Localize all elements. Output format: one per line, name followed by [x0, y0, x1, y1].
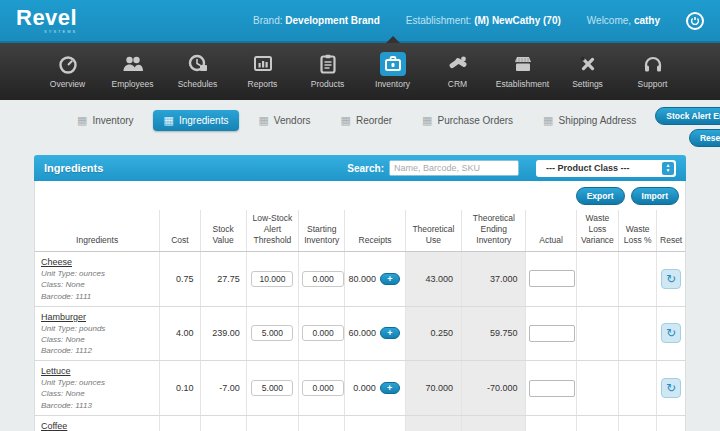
col-header-stock-value: Stock Value [200, 210, 246, 252]
active-nav-notch [386, 36, 400, 43]
nav-item-overview[interactable]: Overview [35, 43, 100, 100]
ingredient-name-link[interactable]: Coffee [41, 421, 67, 431]
add-receipt-button[interactable]: + [380, 382, 400, 394]
tab-shipping-address[interactable]: ▦ Shipping Address [532, 110, 647, 131]
reset-all-button[interactable]: Reset All [689, 129, 720, 147]
tab-ingredients[interactable]: ▦ Ingredients [153, 110, 240, 131]
nav-label: Reports [248, 79, 278, 89]
waste-loss-pct-cell [619, 415, 657, 431]
ingredient-unit-type: Unit Type: ounces [41, 268, 156, 279]
refresh-icon: ↻ [666, 381, 676, 395]
ingredient-barcode: Barcode: 1113 [41, 400, 156, 411]
nav-item-establishment[interactable]: Establishment [490, 43, 555, 100]
handshake-icon [446, 53, 470, 75]
ingredient-name-link[interactable]: Hamburger [41, 312, 86, 322]
cost-cell: 10.00 [160, 415, 200, 431]
refresh-icon: ↻ [666, 272, 676, 286]
table-row: Hamburger Unit Type: pounds Class: None … [35, 306, 685, 361]
col-header-waste-loss-pct: Waste Loss % [619, 210, 657, 252]
toolbox-icon [384, 55, 402, 73]
tab-label: Purchase Orders [438, 115, 514, 126]
threshold-input[interactable] [251, 271, 293, 287]
starting-inventory-input[interactable] [302, 325, 344, 341]
nav-item-support[interactable]: Support [620, 43, 685, 100]
nav-item-inventory[interactable]: Inventory [360, 43, 425, 100]
ingredients-panel: Export Import Ingredients Cost Stock Val… [34, 181, 686, 431]
search-input[interactable] [389, 160, 519, 176]
ingredients-table: Ingredients Cost Stock Value Low-Stock A… [35, 210, 685, 431]
logout-power-button[interactable] [686, 12, 704, 30]
ingredient-class: Class: None [41, 388, 156, 399]
starting-inventory-input[interactable] [302, 271, 344, 287]
table-row: Coffee Unit Type: pounds Class: None Bar… [35, 415, 685, 431]
nav-item-crm[interactable]: CRM [425, 43, 490, 100]
nav-label: Products [311, 79, 345, 89]
stock-alert-email-button[interactable]: Stock Alert Email [655, 107, 720, 125]
nav-item-settings[interactable]: Settings [555, 43, 620, 100]
nav-item-products[interactable]: Products [295, 43, 360, 100]
waste-loss-variance-cell [576, 361, 618, 416]
col-header-waste-loss-variance: Waste Loss Variance [576, 210, 618, 252]
table-header-row: Ingredients Cost Stock Value Low-Stock A… [35, 210, 685, 252]
welcome-info: Welcome, cathy [587, 15, 660, 26]
waste-loss-variance-cell [576, 306, 618, 361]
nav-label: Employees [111, 79, 153, 89]
tab-purchase-orders[interactable]: ▦ Purchase Orders [411, 110, 524, 131]
grid-icon: ▦ [164, 115, 174, 126]
import-button[interactable]: Import [631, 187, 679, 205]
add-receipt-button[interactable]: + [380, 327, 400, 339]
waste-loss-pct-cell [619, 306, 657, 361]
main-nav: Overview Employees Schedules Reports [0, 43, 720, 100]
tab-reorder[interactable]: ▦ Reorder [330, 110, 404, 131]
tab-label: Vendors [274, 115, 311, 126]
ingredients-section-bar: Ingredients Search: --- Product Class --… [34, 155, 686, 181]
export-button[interactable]: Export [576, 187, 625, 205]
logo-text: Revel [16, 7, 77, 29]
tab-label: Reorder [356, 115, 392, 126]
starting-inventory-input[interactable] [302, 380, 344, 396]
waste-loss-variance-cell [576, 415, 618, 431]
threshold-input[interactable] [251, 380, 293, 396]
theoretical-ending-cell: -6.200 [462, 415, 526, 431]
tab-vendors[interactable]: ▦ Vendors [247, 110, 321, 131]
clipboard-icon [318, 53, 338, 75]
nav-label: Settings [572, 79, 603, 89]
receipts-value: 60.000 [348, 328, 376, 338]
ingredient-class: Class: None [41, 279, 156, 290]
reset-row-button[interactable]: ↻ [661, 323, 681, 343]
theoretical-use-cell: 0.250 [405, 306, 461, 361]
col-header-theoretical-use: Theoretical Use [405, 210, 461, 252]
grid-icon: ▦ [543, 115, 553, 126]
actual-input[interactable] [529, 325, 575, 342]
reset-row-button[interactable]: ↻ [661, 269, 681, 289]
ingredient-name-link[interactable]: Lettuce [41, 366, 71, 376]
product-class-select[interactable]: --- Product Class --- ▲ ▼ [536, 160, 676, 177]
actual-input[interactable] [529, 380, 575, 397]
nav-item-schedules[interactable]: Schedules [165, 43, 230, 100]
ingredient-barcode: Barcode: 1111 [41, 291, 156, 302]
brand-value: Development Brand [285, 15, 379, 26]
ingredient-name-link[interactable]: Cheese [41, 257, 72, 267]
actual-input[interactable] [529, 270, 575, 287]
establishment-value: (M) NewCathy (70) [474, 15, 561, 26]
col-header-low-stock-threshold: Low-Stock Alert Threshold [246, 210, 298, 252]
theoretical-use-cell: 70.000 [405, 361, 461, 416]
logo-subtext: SYSTEMS [16, 30, 77, 34]
tab-label: Ingredients [179, 115, 228, 126]
grid-icon: ▦ [341, 115, 351, 126]
nav-item-employees[interactable]: Employees [100, 43, 165, 100]
revel-logo[interactable]: Revel SYSTEMS [16, 7, 77, 34]
topbar: Revel SYSTEMS Brand: Development Brand E… [0, 0, 720, 43]
nav-item-reports[interactable]: Reports [230, 43, 295, 100]
col-header-reset: Reset [657, 210, 685, 252]
tab-inventory[interactable]: ▦ Inventory [66, 110, 145, 131]
threshold-input[interactable] [251, 325, 293, 341]
nav-label: Establishment [496, 79, 549, 89]
theoretical-use-cell: 6.200 [405, 415, 461, 431]
reset-row-button[interactable]: ↻ [661, 378, 681, 398]
grid-icon: ▦ [77, 115, 87, 126]
add-receipt-button[interactable]: + [380, 273, 400, 285]
tab-label: Shipping Address [559, 115, 637, 126]
receipts-value: 0.000 [353, 383, 376, 393]
nav-label: Schedules [178, 79, 218, 89]
